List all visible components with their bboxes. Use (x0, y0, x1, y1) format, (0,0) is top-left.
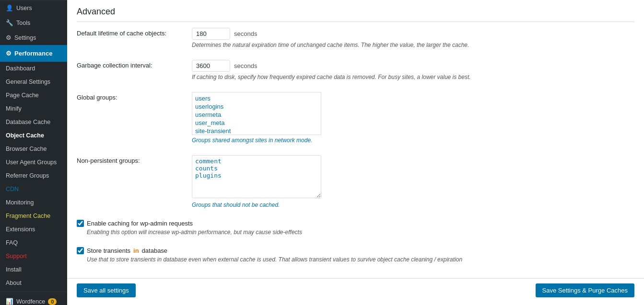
list-item: usermeta (195, 111, 318, 119)
sidebar-item-label: Tools (16, 20, 30, 26)
sidebar-item-monitoring[interactable]: Monitoring (0, 196, 67, 209)
non-persistent-row: Non-persistent groups: Groups that shoul… (77, 149, 634, 214)
store-transients-desc: Use that to store transients in database… (87, 256, 634, 263)
list-item: userlogins (195, 102, 318, 111)
global-groups-row: Global groups: usersuserloginsusermetaus… (77, 86, 634, 149)
performance-icon: ⚙ (6, 50, 12, 57)
garbage-collection-control: seconds If caching to disk, specify how … (192, 60, 634, 80)
save-purge-button[interactable]: Save Settings & Purge Caches (536, 283, 635, 297)
store-transients-label-highlight: in (133, 247, 139, 254)
sidebar-item-about[interactable]: About (0, 276, 67, 290)
non-persistent-textarea[interactable] (192, 155, 321, 198)
cache-lifetime-input[interactable] (192, 28, 230, 40)
store-transients-label-after: database (142, 247, 168, 254)
cache-lifetime-help: Determines the natural expiration time o… (192, 42, 634, 48)
sidebar-item-settings[interactable]: ⚙ Settings (0, 30, 67, 45)
sidebar: 👤 Users 🔧 Tools ⚙ Settings ⚙ Performance… (0, 0, 67, 305)
global-groups-list: usersuserloginsusermetauser_metasite-tra… (192, 92, 321, 135)
sidebar-item-user-agent-groups[interactable]: User Agent Groups (0, 156, 67, 169)
global-groups-listbox[interactable]: usersuserloginsusermetauser_metasite-tra… (192, 92, 321, 135)
list-item: site-transient (195, 127, 318, 135)
performance-label: Performance (14, 50, 52, 57)
global-groups-label: Global groups: (77, 92, 182, 101)
non-persistent-label: Non-persistent groups: (77, 155, 182, 164)
garbage-collection-unit: seconds (234, 62, 257, 69)
sidebar-item-browser-cache[interactable]: Browser Cache (0, 142, 67, 156)
sidebar-divider (0, 292, 67, 292)
global-groups-help: Groups shared amongst sites in network m… (192, 137, 634, 144)
save-all-button[interactable]: Save all settings (77, 283, 136, 297)
wp-admin-label[interactable]: Enable caching for wp-admin requests (77, 220, 634, 227)
sidebar-item-general-settings[interactable]: General Settings (0, 75, 67, 89)
store-transients-label-before: Store transients (87, 247, 130, 254)
wordfence-label: Wordfence (16, 298, 45, 305)
settings-icon: ⚙ (6, 34, 12, 41)
store-transients-label[interactable]: Store transients in database (77, 247, 634, 254)
list-item: users (195, 94, 318, 102)
sidebar-nav: DashboardGeneral SettingsPage CacheMinif… (0, 62, 67, 290)
garbage-collection-input[interactable] (192, 60, 230, 72)
wordfence-badge: 0 (48, 298, 57, 305)
sidebar-item-fragment-cache[interactable]: Fragment Cache (0, 209, 67, 223)
garbage-collection-row: Garbage collection interval: seconds If … (77, 54, 634, 86)
sidebar-item-install[interactable]: Install (0, 263, 67, 276)
sidebar-item-extensions[interactable]: Extensions (0, 223, 67, 236)
sidebar-item-users[interactable]: 👤 Users (0, 0, 67, 15)
cache-lifetime-control: seconds Determines the natural expiratio… (192, 28, 634, 48)
list-item: user_meta (195, 119, 318, 127)
global-groups-control: usersuserloginsusermetauser_metasite-tra… (192, 92, 634, 144)
sidebar-item-referrer-groups[interactable]: Referrer Groups (0, 169, 67, 182)
sidebar-item-minify[interactable]: Minify (0, 102, 67, 115)
footer-bar: Save all settings Save Settings & Purge … (67, 278, 644, 302)
sidebar-item-dashboard[interactable]: Dashboard (0, 62, 67, 75)
wp-admin-checkbox-row: Enable caching for wp-admin requests Ena… (77, 214, 634, 241)
wordfence-icon: 📊 (6, 298, 13, 305)
sidebar-item-cdn[interactable]: CDN (0, 182, 67, 196)
garbage-collection-help: If caching to disk, specify how frequent… (192, 74, 634, 80)
store-transients-row: Store transients in database Use that to… (77, 241, 634, 269)
sidebar-item-label: Settings (14, 34, 36, 41)
wp-admin-label-text: Enable caching for wp-admin requests (87, 220, 193, 227)
sidebar-item-wordfence[interactable]: 📊 Wordfence 0 (0, 294, 67, 305)
sidebar-item-object-cache[interactable]: Object Cache (0, 129, 67, 142)
sidebar-item-label: Users (16, 5, 32, 11)
performance-section-header[interactable]: ⚙ Performance (0, 45, 67, 62)
sidebar-item-support[interactable]: Support (0, 249, 67, 263)
users-icon: 👤 (6, 4, 13, 11)
cache-lifetime-unit: seconds (234, 30, 257, 37)
sidebar-item-faq[interactable]: FAQ (0, 236, 67, 249)
non-persistent-help: Groups that should not be cached. (192, 202, 634, 208)
sidebar-item-database-cache[interactable]: Database Cache (0, 115, 67, 129)
sidebar-item-page-cache[interactable]: Page Cache (0, 89, 67, 102)
sidebar-item-tools[interactable]: 🔧 Tools (0, 15, 67, 30)
non-persistent-control: Groups that should not be cached. (192, 155, 634, 208)
wp-admin-checkbox[interactable] (77, 220, 84, 227)
page-title: Advanced (77, 0, 634, 22)
garbage-collection-label: Garbage collection interval: (77, 60, 182, 69)
cache-lifetime-row: Default lifetime of cache objects: secon… (77, 22, 634, 54)
main-content: Advanced Default lifetime of cache objec… (67, 0, 644, 305)
wp-admin-desc: Enabling this option will increase wp-ad… (87, 229, 634, 236)
cache-lifetime-label: Default lifetime of cache objects: (77, 28, 182, 37)
tools-icon: 🔧 (6, 19, 13, 26)
store-transients-checkbox[interactable] (77, 247, 84, 254)
